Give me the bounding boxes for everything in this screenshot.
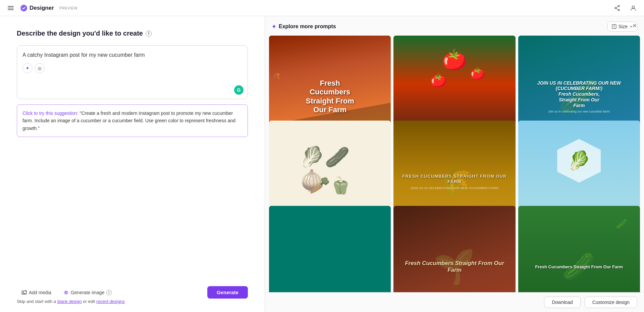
account-button[interactable] [628, 3, 639, 13]
designer-logo-icon [20, 4, 28, 12]
suggestion-box[interactable]: Click to try this suggestion: "Create a … [17, 104, 248, 137]
panel-footer: Skip and start with a blank design or ed… [17, 299, 125, 304]
footer-or-edit: or edit [83, 299, 95, 304]
suggestion-click-text[interactable]: Click to try this suggestion: [22, 110, 78, 116]
download-button[interactable]: Download [544, 297, 580, 308]
svg-rect-2 [8, 9, 14, 10]
explore-title-text: Explore more prompts [279, 24, 336, 30]
menu-button[interactable] [5, 3, 16, 13]
card-1-title: FreshCucumbersStraight FromOur Farm [306, 79, 354, 115]
svg-point-12 [65, 292, 67, 293]
logo: Designer [20, 4, 54, 12]
target-icon: ◎ [38, 65, 42, 71]
header-left: Designer PREVIEW [5, 3, 77, 13]
close-button[interactable]: × [629, 20, 640, 31]
card-5-subtitle: JOIN US IN CELEBRATING OUR NEW CUCUMBER … [410, 186, 498, 190]
circle-tool-button[interactable]: ◎ [35, 63, 45, 73]
prompt-text: A catchy Instagram post for my new cucum… [22, 51, 242, 59]
hamburger-icon [8, 5, 14, 11]
svg-line-7 [616, 6, 618, 8]
customize-design-button[interactable]: Customize design [585, 297, 637, 308]
size-label: Size [619, 24, 628, 29]
card-8-text: Fresh Cucumbers Straight From Our Farm [393, 206, 515, 292]
header-right [612, 3, 639, 13]
recent-designs-link[interactable]: recent designs [96, 299, 125, 304]
generate-image-label: Generate image [71, 290, 104, 295]
panel-title: Describe the design you'd like to create… [17, 30, 248, 37]
card-8-inner: 🌱 Fresh Cucumbers Straight From Our Farm [393, 206, 515, 292]
sparkle-tool-button[interactable]: ✦ [22, 63, 33, 73]
close-icon: × [633, 22, 637, 30]
card-3-subtitle: Join us in celebrating our new cucumber … [548, 110, 610, 113]
panel-title-text: Describe the design you'd like to create [17, 30, 143, 37]
preview-badge: PREVIEW [59, 6, 78, 10]
svg-point-3 [20, 5, 27, 11]
svg-point-6 [615, 7, 616, 9]
add-media-label: Add media [29, 290, 51, 295]
card-9-title: Fresh Cucumbers Straight From Our Farm [535, 264, 623, 270]
right-panel-footer: Download Customize design [265, 292, 644, 312]
customize-btn-label: Customize design [592, 300, 630, 305]
add-media-button[interactable]: Add media [17, 287, 56, 298]
card-9-inner: 🥒 🥒 🍃 Fresh Cucumbers Straight From Our … [518, 206, 640, 292]
download-btn-label: Download [552, 300, 573, 305]
svg-point-4 [618, 5, 620, 7]
panel-title-info-icon[interactable]: ℹ [146, 31, 152, 37]
design-card-7[interactable]: FreshCucumbers [269, 206, 391, 292]
card-7-inner: FreshCucumbers [269, 206, 391, 292]
share-button[interactable] [612, 3, 623, 13]
svg-point-11 [23, 292, 24, 293]
card-5-title: FRESH CUCUMBERS STRAIGHT FROM OUR FARM [399, 174, 510, 184]
explore-sparkle-icon: ✦ [272, 24, 276, 30]
sparkle-small-icon: ✦ [25, 65, 30, 71]
add-media-icon [21, 290, 27, 295]
svg-rect-0 [8, 6, 14, 7]
generate-image-button[interactable]: Generate image ℹ [59, 287, 116, 298]
svg-line-8 [616, 8, 618, 10]
resize-icon [612, 24, 616, 29]
footer-prefix: Skip and start with a [17, 299, 56, 304]
svg-point-5 [618, 9, 620, 11]
card-9-text: Fresh Cucumbers Straight From Our Farm [518, 206, 640, 292]
main-layout: Describe the design you'd like to create… [0, 16, 644, 312]
design-card-9[interactable]: 🥒 🥒 🍃 Fresh Cucumbers Straight From Our … [518, 206, 640, 292]
generate-button[interactable]: Generate [207, 286, 248, 299]
app-header: Designer PREVIEW [0, 0, 644, 16]
left-panel: Describe the design you'd like to create… [0, 16, 265, 312]
account-icon [630, 5, 636, 11]
logo-text: Designer [30, 5, 54, 11]
generate-image-icon [63, 290, 69, 295]
right-panel: ✦ Explore more prompts Size × [265, 16, 644, 312]
svg-rect-1 [8, 8, 14, 8]
generate-image-info-icon[interactable]: ℹ [106, 290, 112, 295]
grammarly-label: G [237, 87, 241, 93]
explore-title: ✦ Explore more prompts [272, 24, 336, 30]
prompt-tools: ✦ ◎ [22, 63, 242, 73]
grammarly-icon[interactable]: G [234, 85, 244, 95]
right-panel-header: ✦ Explore more prompts Size × [265, 16, 644, 36]
card-8-title: Fresh Cucumbers Straight From Our Farm [399, 260, 510, 274]
card-7-text: FreshCucumbers [269, 206, 391, 292]
prompt-box[interactable]: A catchy Instagram post for my new cucum… [17, 45, 248, 99]
card-3-title: JOIN US IN CELEBRATING OUR NEW(CUCUMBER … [537, 80, 621, 108]
generate-btn-label: Generate [217, 289, 238, 295]
design-card-8[interactable]: 🌱 Fresh Cucumbers Straight From Our Farm [393, 206, 515, 292]
svg-point-9 [632, 6, 635, 8]
blank-design-link[interactable]: blank design [57, 299, 82, 304]
share-icon [614, 5, 620, 11]
toolbar-left: Add media Generate image ℹ [17, 287, 116, 298]
bottom-toolbar: Add media Generate image ℹ Generate [17, 286, 248, 299]
design-grid: 🎃 🎃 🍂 FreshCucumbersStraight FromOur Far… [265, 36, 644, 292]
